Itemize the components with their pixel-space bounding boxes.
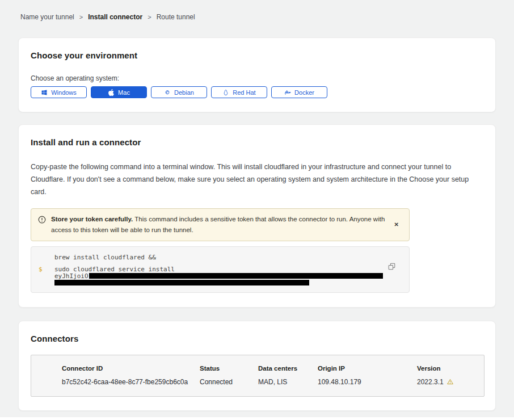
code-line-brew: brew install cloudflared && (39, 254, 400, 261)
os-button-redhat[interactable]: Red Hat (211, 86, 267, 98)
os-button-docker[interactable]: Docker (271, 86, 327, 98)
connectors-card-title: Connectors (31, 334, 483, 343)
header-origin-ip: Origin IP (318, 365, 417, 372)
status-badge: Connected (200, 378, 258, 386)
alert-close-icon[interactable]: ✕ (391, 219, 402, 230)
docker-icon (284, 89, 291, 96)
alert-message: Store your token carefully. This command… (51, 214, 386, 236)
breadcrumb: Name your tunnel > Install connector > R… (0, 0, 514, 21)
operating-system-label: Choose an operating system: (31, 74, 483, 82)
header-status: Status (200, 365, 258, 372)
code-block: brew install cloudflared && $ sudo cloud… (31, 246, 410, 293)
copy-icon[interactable] (387, 262, 397, 273)
connector-card-title: Install and run a connector (31, 137, 483, 147)
connectors-table-header: Connector ID Status Data centers Origin … (62, 365, 478, 372)
origin-ip-value: 109.48.10.179 (318, 378, 417, 386)
redacted-token-bar (54, 280, 309, 285)
connectors-card: Connectors Connector ID Status Data cent… (18, 321, 496, 411)
alert-circle-icon (38, 216, 46, 226)
os-button-group: Windows Mac Debian Red Hat (31, 86, 483, 98)
breadcrumb-separator: > (79, 14, 83, 20)
table-row: b7c52c42-6caa-48ee-8c77-fbe259cb6c0a Con… (62, 378, 478, 386)
choose-environment-card: Choose your environment Choose an operat… (18, 37, 496, 112)
alert-title: Store your token carefully. (51, 216, 133, 222)
os-button-debian[interactable]: Debian (151, 86, 207, 98)
header-connector-id: Connector ID (62, 365, 200, 372)
environment-card-title: Choose your environment (31, 51, 483, 60)
header-data-centers: Data centers (258, 365, 318, 372)
code-line-token-2 (39, 280, 400, 285)
code-line-sudo: $ sudo cloudflared service install (39, 266, 400, 272)
version-value: 2022.3.1 (417, 378, 478, 386)
redhat-icon (222, 89, 229, 96)
breadcrumb-install-connector[interactable]: Install connector (88, 13, 142, 21)
install-connector-card: Install and run a connector Copy-paste t… (18, 124, 496, 308)
connectors-table: Connector ID Status Data centers Origin … (31, 355, 484, 397)
os-button-label: Debian (174, 89, 194, 96)
apple-icon (108, 89, 115, 96)
os-button-mac[interactable]: Mac (91, 86, 147, 98)
windows-icon (41, 89, 48, 96)
connector-id-value: b7c52c42-6caa-48ee-8c77-fbe259cb6c0a (62, 378, 200, 386)
version-warning-icon (446, 378, 454, 385)
connector-card-description: Copy-paste the following command into a … (31, 161, 483, 199)
os-button-label: Docker (294, 89, 314, 96)
os-button-label: Windows (51, 89, 77, 96)
data-centers-value: MAD, LIS (258, 378, 318, 386)
bottom-strip (0, 417, 514, 420)
breadcrumb-name-your-tunnel[interactable]: Name your tunnel (20, 13, 74, 21)
os-button-label: Red Hat (233, 89, 255, 96)
breadcrumb-separator: > (148, 14, 151, 20)
debian-icon (164, 89, 171, 96)
os-button-windows[interactable]: Windows (31, 86, 87, 98)
code-line-token: eyJhIjoiO (39, 273, 400, 279)
redacted-token-bar (89, 273, 383, 279)
os-button-label: Mac (118, 89, 130, 96)
breadcrumb-route-tunnel[interactable]: Route tunnel (157, 13, 195, 21)
header-version: Version (417, 365, 478, 372)
token-warning-alert: Store your token carefully. This command… (31, 208, 410, 241)
shell-prompt: $ (39, 266, 54, 272)
